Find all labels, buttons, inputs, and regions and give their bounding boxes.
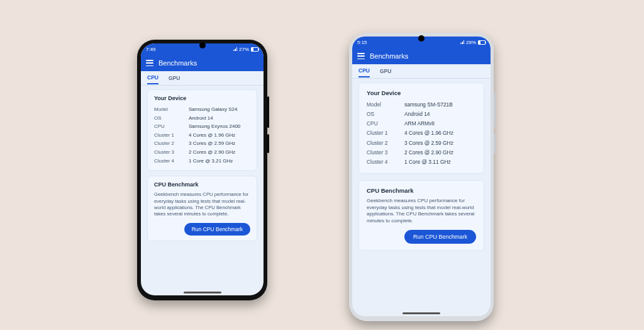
content-area: Your Device ModelSamsung Galaxy S24 OSAn… xyxy=(141,86,264,251)
phone-right-screen: 5:15 28% Benchmarks CPU GPU Your Device … xyxy=(352,37,491,316)
benchmark-description: Geekbench measures CPU performance for e… xyxy=(154,191,250,218)
status-time: 5:15 xyxy=(357,40,367,45)
menu-icon[interactable] xyxy=(357,53,365,59)
spec-value: 3 Cores @ 2.59 GHz xyxy=(404,139,476,148)
spec-value: 2 Cores @ 2.90 GHz xyxy=(189,148,250,157)
battery-icon xyxy=(251,47,258,52)
spec-label: Cluster 3 xyxy=(367,148,404,157)
spec-row: OSAndroid 14 xyxy=(367,110,476,119)
app-title: Benchmarks xyxy=(370,52,408,60)
device-card-title: Your Device xyxy=(367,89,476,96)
spec-label: CPU xyxy=(367,119,404,128)
spec-row: Cluster 23 Cores @ 2.59 GHz xyxy=(367,139,476,148)
status-time: 7:49 xyxy=(146,47,156,52)
spec-label: Cluster 2 xyxy=(367,139,404,148)
spec-row: Cluster 41 Core @ 3.21 GHz xyxy=(154,157,250,166)
benchmark-card: CPU Benchmark Geekbench measures CPU per… xyxy=(147,176,257,241)
spec-value: 4 Cores @ 1.96 GHz xyxy=(189,131,250,140)
phone-left-screen: 7:49 27% Benchmarks CPU GPU Your Device … xyxy=(141,43,264,295)
spec-row: Modelsamsung SM-S721B xyxy=(367,100,476,110)
spec-row: Cluster 32 Cores @ 2.90 GHz xyxy=(367,148,476,157)
spec-row: Cluster 14 Cores @ 1.96 GHz xyxy=(367,128,476,138)
spec-row: CPUSamsung Exynos 2400 xyxy=(154,122,250,131)
tab-gpu[interactable]: GPU xyxy=(380,65,391,77)
spec-label: Model xyxy=(367,100,404,110)
tab-gpu[interactable]: GPU xyxy=(169,72,180,84)
camera-hole xyxy=(199,42,206,48)
comparison-surface: 7:49 27% Benchmarks CPU GPU Your Device … xyxy=(0,0,644,330)
benchmark-card-title: CPU Benchmark xyxy=(154,181,250,188)
device-card-title: Your Device xyxy=(154,95,250,101)
spec-value: 4 Cores @ 1.96 GHz xyxy=(404,128,476,138)
benchmark-card-title: CPU Benchmark xyxy=(367,187,476,194)
phone-right: 5:15 28% Benchmarks CPU GPU Your Device … xyxy=(349,33,494,321)
nav-handle[interactable] xyxy=(184,292,221,293)
spec-label: Cluster 3 xyxy=(154,148,189,157)
camera-hole xyxy=(418,35,425,42)
spec-value: Android 14 xyxy=(404,110,476,119)
tab-cpu[interactable]: CPU xyxy=(147,72,158,84)
spec-label: Cluster 4 xyxy=(367,157,404,167)
tab-cpu[interactable]: CPU xyxy=(358,65,370,77)
spec-row: Cluster 32 Cores @ 2.90 GHz xyxy=(154,148,250,157)
spec-row: Cluster 41 Core @ 3.11 GHz xyxy=(367,157,476,167)
status-right: 27% xyxy=(233,47,258,52)
benchmark-card: CPU Benchmark Geekbench measures CPU per… xyxy=(358,180,484,251)
spec-value: 3 Cores @ 2.59 GHz xyxy=(189,139,250,148)
app-bar: Benchmarks xyxy=(141,55,264,71)
tabs: CPU GPU xyxy=(352,64,491,79)
run-cpu-benchmark-button[interactable]: Run CPU Benchmark xyxy=(184,223,250,236)
tabs: CPU GPU xyxy=(141,71,264,86)
spec-value: samsung SM-S721B xyxy=(404,100,476,110)
spec-row: OSAndroid 14 xyxy=(154,114,250,123)
spec-row: Cluster 23 Cores @ 2.59 GHz xyxy=(154,139,250,148)
spec-label: Cluster 1 xyxy=(154,131,189,140)
spec-label: Cluster 1 xyxy=(367,128,404,138)
battery-pct: 28% xyxy=(466,40,476,45)
status-right: 28% xyxy=(460,40,486,45)
battery-pct: 27% xyxy=(239,47,249,52)
app-title: Benchmarks xyxy=(158,59,197,67)
phone-left: 7:49 27% Benchmarks CPU GPU Your Device … xyxy=(137,40,267,300)
spec-row: CPUARM ARMv8 xyxy=(367,119,476,128)
spec-value: Samsung Exynos 2400 xyxy=(189,122,250,131)
content-area: Your Device Modelsamsung SM-S721B OSAndr… xyxy=(352,79,491,262)
nav-handle[interactable] xyxy=(402,312,440,314)
spec-label: Cluster 2 xyxy=(154,139,189,148)
spec-value: 1 Core @ 3.11 GHz xyxy=(404,157,476,167)
spec-label: CPU xyxy=(154,122,189,131)
spec-value: Android 14 xyxy=(189,114,250,123)
run-cpu-benchmark-button[interactable]: Run CPU Benchmark xyxy=(404,230,476,244)
menu-icon[interactable] xyxy=(146,60,153,66)
spec-label: Cluster 4 xyxy=(154,157,189,166)
device-card: Your Device Modelsamsung SM-S721B OSAndr… xyxy=(358,82,484,174)
signal-icon xyxy=(233,47,237,51)
signal-icon xyxy=(460,40,464,44)
battery-icon xyxy=(478,40,486,45)
spec-value: 2 Cores @ 2.90 GHz xyxy=(404,148,476,157)
device-card: Your Device ModelSamsung Galaxy S24 OSAn… xyxy=(147,89,257,171)
spec-row: Cluster 14 Cores @ 1.96 GHz xyxy=(154,131,250,140)
spec-label: OS xyxy=(367,110,404,119)
app-bar: Benchmarks xyxy=(352,48,491,64)
benchmark-description: Geekbench measures CPU performance for e… xyxy=(367,198,476,225)
spec-label: Model xyxy=(154,105,189,114)
spec-value: Samsung Galaxy S24 xyxy=(189,105,250,114)
spec-value: ARM ARMv8 xyxy=(404,119,476,128)
spec-value: 1 Core @ 3.21 GHz xyxy=(189,157,250,166)
spec-row: ModelSamsung Galaxy S24 xyxy=(154,105,250,114)
spec-label: OS xyxy=(154,114,189,123)
